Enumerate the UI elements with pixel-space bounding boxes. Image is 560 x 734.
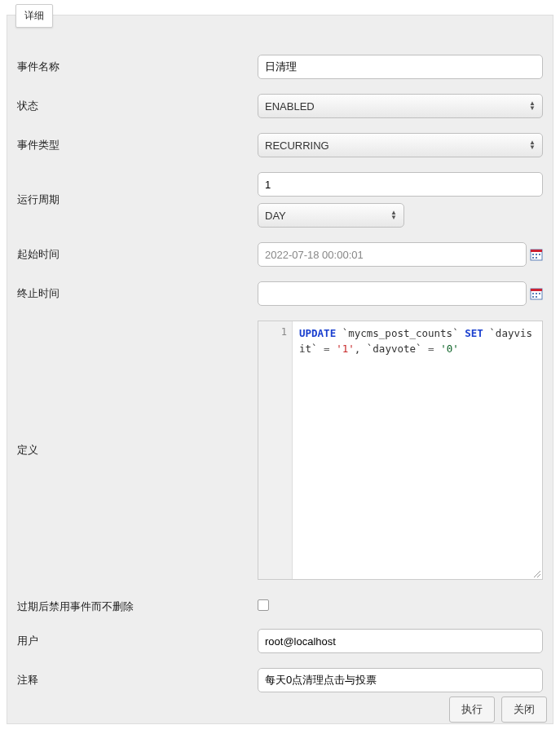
execute-button[interactable]: 执行: [449, 696, 495, 723]
label-start-time: 起始时间: [17, 242, 258, 262]
label-definition: 定义: [17, 321, 258, 580]
calendar-icon[interactable]: [530, 287, 543, 300]
label-status: 状态: [17, 94, 258, 113]
editor-gutter: 1: [258, 321, 293, 579]
chevron-updown-icon: ▲▼: [390, 210, 397, 220]
svg-rect-2: [532, 254, 534, 255]
label-end-time: 终止时间: [17, 281, 258, 301]
sql-string: '0': [440, 343, 459, 355]
interval-unit-value: DAY: [265, 210, 286, 222]
sql-string: '1': [336, 343, 355, 355]
comment-input[interactable]: [258, 668, 543, 692]
sql-comma: ,: [355, 343, 361, 355]
resize-handle[interactable]: [531, 568, 542, 579]
svg-rect-12: [532, 296, 534, 298]
svg-rect-10: [536, 293, 537, 294]
label-comment: 注释: [17, 668, 258, 688]
svg-rect-11: [539, 293, 540, 294]
svg-rect-1: [531, 250, 542, 252]
details-panel: 详细 事件名称 状态 ENABLED ▲▼ 事件类型 RECURRING ▲▼ …: [7, 15, 553, 724]
on-completion-checkbox[interactable]: [258, 599, 269, 611]
label-event-type: 事件类型: [17, 133, 258, 153]
sql-operator: =: [324, 343, 330, 355]
status-select[interactable]: ENABLED ▲▼: [258, 94, 543, 118]
interval-unit-select[interactable]: DAY ▲▼: [258, 203, 404, 228]
event-type-select-value: RECURRING: [265, 139, 329, 152]
svg-rect-4: [539, 254, 540, 255]
chevron-updown-icon: ▲▼: [529, 101, 536, 111]
sql-keyword: SET: [465, 327, 483, 339]
start-time-input[interactable]: [258, 242, 527, 267]
label-interval: 运行周期: [17, 172, 258, 228]
svg-rect-9: [532, 293, 534, 294]
sql-operator: =: [428, 343, 434, 355]
svg-rect-5: [532, 257, 534, 259]
tab-details[interactable]: 详细: [15, 4, 53, 28]
interval-value-input[interactable]: [258, 172, 543, 197]
svg-rect-13: [536, 296, 537, 298]
event-type-select[interactable]: RECURRING ▲▼: [258, 133, 543, 157]
chevron-updown-icon: ▲▼: [529, 140, 536, 150]
footer-buttons: 执行 关闭: [449, 696, 547, 723]
close-button[interactable]: 关闭: [501, 696, 547, 723]
svg-rect-8: [531, 289, 542, 291]
svg-rect-6: [536, 257, 537, 259]
sql-identifier: `dayvote`: [367, 343, 422, 355]
label-event-name: 事件名称: [17, 55, 258, 74]
editor-code[interactable]: UPDATE `mycms_post_counts` SET `dayvisit…: [293, 321, 542, 579]
sql-identifier: `mycms_post_counts`: [342, 327, 459, 339]
svg-rect-3: [536, 254, 537, 255]
status-select-value: ENABLED: [265, 100, 315, 113]
sql-keyword: UPDATE: [299, 327, 336, 339]
sql-editor[interactable]: 1 UPDATE `mycms_post_counts` SET `dayvis…: [258, 321, 543, 580]
label-definer: 用户: [17, 629, 258, 648]
calendar-icon[interactable]: [530, 248, 543, 261]
definer-input[interactable]: [258, 629, 543, 653]
label-on-completion: 过期后禁用事件而不删除: [17, 595, 258, 614]
event-name-input[interactable]: [258, 55, 543, 79]
end-time-input[interactable]: [258, 281, 527, 306]
